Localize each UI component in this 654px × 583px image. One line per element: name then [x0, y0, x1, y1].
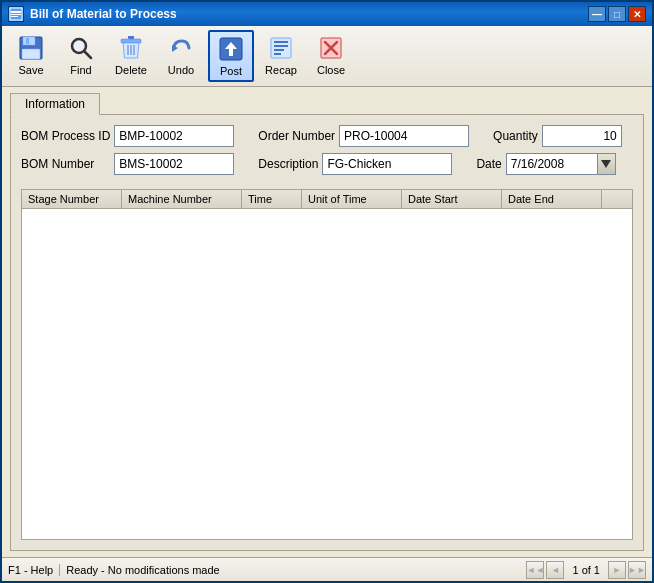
nav-prev-button[interactable]: ◄ [546, 561, 564, 579]
undo-button[interactable]: Undo [158, 30, 204, 82]
save-icon [17, 34, 45, 62]
col-time: Time [242, 190, 302, 208]
status-bar: F1 - Help Ready - No modifications made … [2, 557, 652, 581]
svg-point-10 [75, 42, 83, 50]
description-label: Description [258, 157, 318, 171]
svg-rect-2 [11, 14, 21, 15]
svg-rect-24 [274, 53, 281, 55]
close-label: Close [317, 64, 345, 76]
svg-marker-28 [601, 160, 611, 168]
tab-information-label: Information [25, 97, 85, 111]
svg-rect-13 [128, 37, 134, 39]
nav-next-button[interactable]: ► [608, 561, 626, 579]
grid-header: Stage Number Machine Number Time Unit of… [22, 190, 632, 209]
quantity-label: Quantity [493, 129, 538, 143]
svg-rect-11 [121, 39, 141, 43]
title-bar: Bill of Material to Process — □ ✕ [2, 2, 652, 26]
description-input[interactable] [322, 153, 452, 175]
help-text: F1 - Help [8, 564, 60, 576]
svg-rect-22 [274, 45, 288, 47]
grid-body [22, 209, 632, 534]
post-label: Post [220, 65, 242, 77]
post-icon [217, 35, 245, 63]
content-area: BOM Process ID Order Number Quantity BOM… [10, 114, 644, 551]
delete-icon [117, 34, 145, 62]
find-label: Find [70, 64, 91, 76]
col-employee-id: Employee ID [602, 190, 633, 208]
tab-information[interactable]: Information [10, 93, 100, 115]
undo-label: Undo [168, 64, 194, 76]
status-message: Ready - No modifications made [66, 564, 526, 576]
svg-rect-21 [274, 41, 288, 43]
window-icon [8, 6, 24, 22]
page-indicator: 1 of 1 [566, 564, 606, 576]
close-icon [317, 34, 345, 62]
svg-rect-3 [11, 16, 18, 17]
date-label: Date [476, 157, 501, 171]
recap-label: Recap [265, 64, 297, 76]
bom-number-label: BOM Number [21, 157, 94, 171]
bom-number-input[interactable] [114, 153, 234, 175]
recap-button[interactable]: Recap [258, 30, 304, 82]
save-label: Save [18, 64, 43, 76]
close-window-button[interactable]: ✕ [628, 6, 646, 22]
delete-label: Delete [115, 64, 147, 76]
nav-last-button[interactable]: ►► [628, 561, 646, 579]
window-title: Bill of Material to Process [30, 7, 588, 21]
navigation-controls: ◄◄ ◄ 1 of 1 ► ►► [526, 561, 646, 579]
window-controls: — □ ✕ [588, 6, 646, 22]
svg-rect-6 [26, 38, 29, 44]
svg-line-9 [85, 52, 92, 59]
minimize-button[interactable]: — [588, 6, 606, 22]
order-number-input[interactable] [339, 125, 469, 147]
maximize-button[interactable]: □ [608, 6, 626, 22]
delete-button[interactable]: Delete [108, 30, 154, 82]
quantity-input[interactable] [542, 125, 622, 147]
svg-rect-1 [11, 11, 21, 13]
bom-process-id-label: BOM Process ID [21, 129, 110, 143]
bom-process-id-input[interactable] [114, 125, 234, 147]
col-date-start: Date Start [402, 190, 502, 208]
post-button[interactable]: Post [208, 30, 254, 82]
nav-first-button[interactable]: ◄◄ [526, 561, 544, 579]
form-row-2: BOM Number Description Date [21, 153, 633, 175]
data-grid: Stage Number Machine Number Time Unit of… [21, 189, 633, 540]
order-number-label: Order Number [258, 129, 335, 143]
find-button[interactable]: Find [58, 30, 104, 82]
find-icon [67, 34, 95, 62]
recap-icon [267, 34, 295, 62]
form-row-1: BOM Process ID Order Number Quantity [21, 125, 633, 147]
col-stage-number: Stage Number [22, 190, 122, 208]
svg-rect-23 [274, 49, 284, 51]
date-dropdown-button[interactable] [597, 154, 615, 174]
main-window: Bill of Material to Process — □ ✕ Save [0, 0, 654, 583]
col-unit-of-time: Unit of Time [302, 190, 402, 208]
svg-rect-7 [22, 49, 40, 59]
col-machine-number: Machine Number [122, 190, 242, 208]
date-input[interactable] [507, 154, 597, 174]
save-button[interactable]: Save [8, 30, 54, 82]
tab-area: Information [2, 87, 652, 114]
close-button[interactable]: Close [308, 30, 354, 82]
toolbar: Save Find [2, 26, 652, 87]
col-date-end: Date End [502, 190, 602, 208]
undo-icon [167, 34, 195, 62]
